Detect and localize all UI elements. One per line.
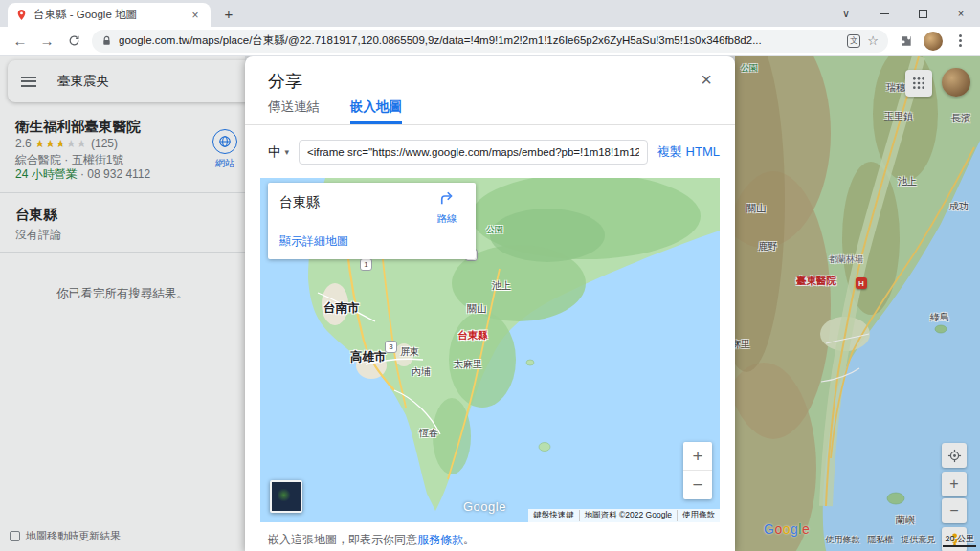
embed-place-card: 台東縣 路線 顯示詳細地圖 [268,183,476,259]
tab-embed-map[interactable]: 嵌入地圖 [350,99,402,124]
embed-map-preview[interactable]: 公園台南市高雄市屏東內埔太麻里台東縣關山池上恆春 139 台東縣 路線 顯示詳細… [260,178,720,522]
lock-icon [101,35,112,47]
share-dialog: 分享 × 傳送連結 嵌入地圖 中 ▾ 複製 HTML [245,56,735,551]
browser-toolbar: ← → google.com.tw/maps/place/台東縣/@22.718… [0,27,980,55]
map-attribution[interactable]: 鍵盤快速鍵地圖資料 ©2022 Google使用條款 [528,509,720,522]
browser-tab[interactable]: 台東縣 - Google 地圖 × [8,3,211,27]
view-larger-map-link[interactable]: 顯示詳細地圖 [279,233,348,250]
extensions-puzzle-icon[interactable] [894,29,919,54]
zoom-out-button[interactable]: − [683,471,712,499]
window-maximize-button[interactable] [903,0,942,27]
embed-size-value: 中 [268,143,281,161]
attribution-link[interactable]: 鍵盤快速鍵 [528,510,579,521]
directions-label: 路線 [428,212,466,226]
tab-title: 台東縣 - Google 地圖 [33,8,182,22]
browser-window: 台東縣 - Google 地圖 × + ∨ × ← → google.com.t… [0,0,980,551]
maps-page: 臺東震央 衛生福利部臺東醫院 2.6 ★★★★★★★★★★ (125) 綜合醫院… [0,56,980,551]
embed-size-select[interactable]: 中 ▾ [268,143,289,161]
dialog-tabs: 傳送連結 嵌入地圖 [268,99,402,124]
refresh-icon [68,34,80,47]
route-shield-icon: 1 [360,258,372,271]
bookmark-star-icon[interactable]: ☆ [867,33,879,48]
refresh-button[interactable] [61,29,86,54]
forward-button[interactable]: → [34,29,59,54]
embed-zoom-control: + − [683,442,712,499]
close-icon[interactable]: × [695,68,718,91]
profile-avatar[interactable] [921,29,946,54]
maps-pin-favicon [15,9,28,21]
embed-terms-note: 嵌入這張地圖，即表示你同意服務條款。 [268,532,475,548]
tab-strip: 台東縣 - Google 地圖 × + ∨ × [0,0,980,27]
chevron-down-icon: ▾ [285,147,290,157]
embed-code-input[interactable] [299,140,648,165]
window-close-button[interactable]: × [942,0,980,27]
tab-close-icon[interactable]: × [188,8,203,23]
translate-icon[interactable]: 文 [847,34,860,48]
attribution-link[interactable]: 地圖資料 ©2022 Google [579,510,677,521]
tab-send-link[interactable]: 傳送連結 [268,99,320,124]
dialog-title: 分享 [268,70,302,93]
address-bar[interactable]: google.com.tw/maps/place/台東縣/@22.7181917… [92,30,888,53]
terms-of-service-link[interactable]: 服務條款 [417,533,463,546]
embed-controls: 中 ▾ 複製 HTML [268,138,720,166]
tab-search-icon[interactable]: ∨ [827,0,865,27]
directions-icon [437,190,457,208]
back-button[interactable]: ← [8,29,33,54]
browser-menu-icon[interactable] [947,29,972,54]
attribution-link[interactable]: 使用條款 [677,510,720,521]
zoom-in-button[interactable]: + [683,442,712,471]
puzzle-icon [900,34,913,48]
route-shield-icon: 3 [385,341,397,353]
google-logo: Google [463,499,506,514]
place-name: 台東縣 [279,194,320,211]
copy-html-button[interactable]: 複製 HTML [657,143,720,161]
window-controls: ∨ × [827,0,980,27]
terms-note-text: 嵌入這張地圖，即表示你同意 [268,533,417,546]
url-text[interactable]: google.com.tw/maps/place/台東縣/@22.7181917… [119,33,840,48]
satellite-view-toggle[interactable] [270,480,302,513]
new-tab-button[interactable]: + [218,3,239,24]
tabs-divider [245,124,735,125]
window-minimize-button[interactable] [865,0,903,27]
terms-note-period: 。 [463,533,475,546]
directions-button[interactable]: 路線 [428,190,466,226]
